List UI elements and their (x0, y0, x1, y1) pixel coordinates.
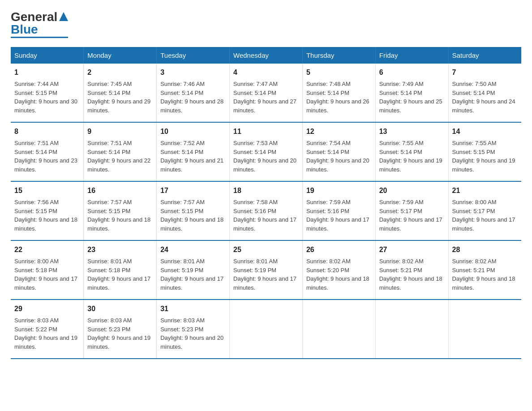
calendar-cell: 4Sunrise: 7:47 AMSunset: 5:14 PMDaylight… (230, 64, 303, 122)
day-number: 4 (233, 67, 299, 78)
page-header: General Blue (11, 11, 521, 38)
calendar-cell: 5Sunrise: 7:48 AMSunset: 5:14 PMDaylight… (302, 64, 375, 122)
calendar-cell: 18Sunrise: 7:58 AMSunset: 5:16 PMDayligh… (230, 181, 303, 240)
calendar-cell: 27Sunrise: 8:02 AMSunset: 5:21 PMDayligh… (375, 240, 448, 300)
day-info: Sunrise: 7:59 AMSunset: 5:17 PMDaylight:… (379, 199, 442, 232)
calendar-week-row: 22Sunrise: 8:00 AMSunset: 5:18 PMDayligh… (11, 240, 521, 300)
calendar-cell: 7Sunrise: 7:50 AMSunset: 5:14 PMDaylight… (448, 64, 521, 122)
day-info: Sunrise: 8:02 AMSunset: 5:21 PMDaylight:… (379, 258, 442, 291)
day-info: Sunrise: 8:01 AMSunset: 5:19 PMDaylight:… (233, 258, 296, 291)
calendar-cell: 20Sunrise: 7:59 AMSunset: 5:17 PMDayligh… (375, 181, 448, 240)
calendar-header-row: SundayMondayTuesdayWednesdayThursdayFrid… (11, 47, 521, 64)
day-number: 24 (160, 244, 226, 255)
calendar-cell: 17Sunrise: 7:57 AMSunset: 5:15 PMDayligh… (157, 181, 230, 240)
logo-underline (11, 37, 68, 38)
day-number: 10 (160, 126, 226, 137)
calendar-cell: 30Sunrise: 8:03 AMSunset: 5:23 PMDayligh… (84, 300, 157, 359)
day-number: 19 (306, 185, 372, 196)
day-number: 7 (452, 67, 518, 78)
day-number: 13 (379, 126, 445, 137)
calendar-cell (448, 300, 521, 359)
calendar-week-row: 1Sunrise: 7:44 AMSunset: 5:15 PMDaylight… (11, 64, 521, 122)
day-info: Sunrise: 7:58 AMSunset: 5:16 PMDaylight:… (233, 199, 296, 232)
calendar-cell: 28Sunrise: 8:02 AMSunset: 5:21 PMDayligh… (448, 240, 521, 300)
calendar-cell: 13Sunrise: 7:55 AMSunset: 5:14 PMDayligh… (375, 122, 448, 181)
day-info: Sunrise: 7:52 AMSunset: 5:14 PMDaylight:… (160, 140, 223, 173)
calendar-cell (230, 300, 303, 359)
day-number: 1 (14, 67, 80, 78)
day-info: Sunrise: 7:57 AMSunset: 5:15 PMDaylight:… (87, 199, 150, 232)
day-info: Sunrise: 7:45 AMSunset: 5:14 PMDaylight:… (87, 81, 150, 114)
day-info: Sunrise: 7:55 AMSunset: 5:14 PMDaylight:… (379, 140, 442, 173)
day-number: 22 (14, 244, 80, 255)
column-header-sunday: Sunday (11, 47, 84, 64)
day-info: Sunrise: 7:50 AMSunset: 5:14 PMDaylight:… (452, 81, 515, 114)
day-number: 11 (233, 126, 299, 137)
day-number: 17 (160, 185, 226, 196)
calendar-cell: 26Sunrise: 8:02 AMSunset: 5:20 PMDayligh… (302, 240, 375, 300)
day-number: 26 (306, 244, 372, 255)
calendar-cell: 29Sunrise: 8:03 AMSunset: 5:22 PMDayligh… (11, 300, 84, 359)
column-header-wednesday: Wednesday (230, 47, 303, 64)
day-number: 31 (160, 304, 226, 314)
day-info: Sunrise: 7:55 AMSunset: 5:15 PMDaylight:… (452, 140, 515, 173)
day-info: Sunrise: 8:03 AMSunset: 5:23 PMDaylight:… (87, 317, 150, 350)
calendar-cell: 21Sunrise: 8:00 AMSunset: 5:17 PMDayligh… (448, 181, 521, 240)
day-info: Sunrise: 8:00 AMSunset: 5:17 PMDaylight:… (452, 199, 515, 232)
calendar-cell: 6Sunrise: 7:49 AMSunset: 5:14 PMDaylight… (375, 64, 448, 122)
calendar-cell: 16Sunrise: 7:57 AMSunset: 5:15 PMDayligh… (84, 181, 157, 240)
column-header-thursday: Thursday (302, 47, 375, 64)
day-info: Sunrise: 7:47 AMSunset: 5:14 PMDaylight:… (233, 81, 296, 114)
column-header-saturday: Saturday (448, 47, 521, 64)
day-number: 25 (233, 244, 299, 255)
day-info: Sunrise: 7:57 AMSunset: 5:15 PMDaylight:… (160, 199, 223, 232)
calendar-cell: 23Sunrise: 8:01 AMSunset: 5:18 PMDayligh… (84, 240, 157, 300)
calendar-cell: 8Sunrise: 7:51 AMSunset: 5:14 PMDaylight… (11, 122, 84, 181)
logo-general-text: General (11, 11, 57, 23)
calendar-week-row: 15Sunrise: 7:56 AMSunset: 5:15 PMDayligh… (11, 181, 521, 240)
day-info: Sunrise: 7:44 AMSunset: 5:15 PMDaylight:… (14, 81, 77, 114)
calendar-cell: 1Sunrise: 7:44 AMSunset: 5:15 PMDaylight… (11, 64, 84, 122)
day-number: 15 (14, 185, 80, 196)
day-number: 18 (233, 185, 299, 196)
day-info: Sunrise: 8:03 AMSunset: 5:23 PMDaylight:… (160, 317, 223, 350)
day-number: 20 (379, 185, 445, 196)
day-number: 21 (452, 185, 518, 196)
calendar-cell: 31Sunrise: 8:03 AMSunset: 5:23 PMDayligh… (157, 300, 230, 359)
day-number: 9 (87, 126, 153, 137)
day-number: 3 (160, 67, 226, 78)
calendar-cell: 3Sunrise: 7:46 AMSunset: 5:14 PMDaylight… (157, 64, 230, 122)
day-info: Sunrise: 7:49 AMSunset: 5:14 PMDaylight:… (379, 81, 442, 114)
calendar-cell: 10Sunrise: 7:52 AMSunset: 5:14 PMDayligh… (157, 122, 230, 181)
calendar-cell: 22Sunrise: 8:00 AMSunset: 5:18 PMDayligh… (11, 240, 84, 300)
day-number: 14 (452, 126, 518, 137)
day-number: 28 (452, 244, 518, 255)
day-info: Sunrise: 8:02 AMSunset: 5:20 PMDaylight:… (306, 258, 369, 291)
column-header-friday: Friday (375, 47, 448, 64)
day-info: Sunrise: 8:03 AMSunset: 5:22 PMDaylight:… (14, 317, 77, 350)
day-info: Sunrise: 8:00 AMSunset: 5:18 PMDaylight:… (14, 258, 77, 291)
calendar-cell: 9Sunrise: 7:51 AMSunset: 5:14 PMDaylight… (84, 122, 157, 181)
day-info: Sunrise: 8:02 AMSunset: 5:21 PMDaylight:… (452, 258, 515, 291)
calendar-week-row: 29Sunrise: 8:03 AMSunset: 5:22 PMDayligh… (11, 300, 521, 359)
day-info: Sunrise: 7:46 AMSunset: 5:14 PMDaylight:… (160, 81, 223, 114)
calendar-cell: 11Sunrise: 7:53 AMSunset: 5:14 PMDayligh… (230, 122, 303, 181)
logo-triangle-icon (59, 12, 68, 21)
calendar-table: SundayMondayTuesdayWednesdayThursdayFrid… (11, 47, 521, 359)
calendar-cell: 25Sunrise: 8:01 AMSunset: 5:19 PMDayligh… (230, 240, 303, 300)
calendar-cell (375, 300, 448, 359)
calendar-cell: 24Sunrise: 8:01 AMSunset: 5:19 PMDayligh… (157, 240, 230, 300)
day-info: Sunrise: 7:59 AMSunset: 5:16 PMDaylight:… (306, 199, 369, 232)
day-number: 23 (87, 244, 153, 255)
day-number: 2 (87, 67, 153, 78)
day-info: Sunrise: 7:54 AMSunset: 5:14 PMDaylight:… (306, 140, 369, 173)
calendar-week-row: 8Sunrise: 7:51 AMSunset: 5:14 PMDaylight… (11, 122, 521, 181)
column-header-monday: Monday (84, 47, 157, 64)
calendar-cell: 15Sunrise: 7:56 AMSunset: 5:15 PMDayligh… (11, 181, 84, 240)
logo-blue-text: Blue (11, 23, 38, 36)
day-number: 29 (14, 304, 80, 314)
day-number: 5 (306, 67, 372, 78)
day-info: Sunrise: 8:01 AMSunset: 5:18 PMDaylight:… (87, 258, 150, 291)
day-info: Sunrise: 7:53 AMSunset: 5:14 PMDaylight:… (233, 140, 296, 173)
day-info: Sunrise: 7:56 AMSunset: 5:15 PMDaylight:… (14, 199, 77, 232)
